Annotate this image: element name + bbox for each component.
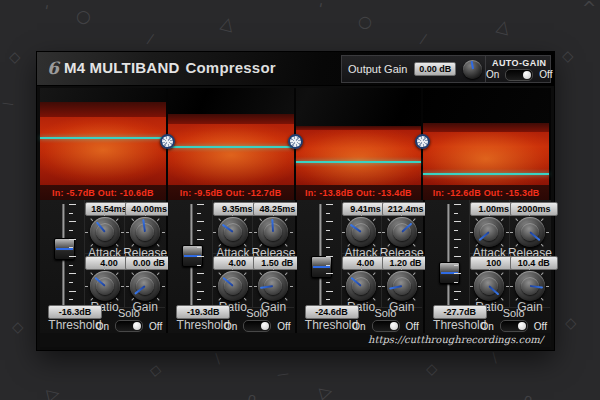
vendor-url-link[interactable]: https://cutthroughrecordings.com/ (368, 334, 543, 345)
knob-tick (104, 213, 105, 216)
slider-tick (69, 291, 76, 292)
threshold-line[interactable] (423, 173, 549, 175)
knob-tick (85, 232, 88, 233)
release-knob[interactable] (515, 217, 545, 247)
slider-tick (69, 256, 76, 257)
knob-tick (361, 267, 362, 270)
threshold-slider[interactable] (180, 204, 212, 308)
ratio-knob[interactable] (346, 271, 376, 301)
release-value-display[interactable]: 2000ms (510, 202, 558, 216)
slider-tick (69, 239, 76, 240)
threshold-line[interactable] (296, 161, 422, 163)
ratio-knob[interactable] (218, 271, 248, 301)
release-knob[interactable] (130, 217, 160, 247)
knob-tick (85, 286, 88, 287)
decor-shape: ' (42, 4, 49, 20)
auto-gain-toggle[interactable] (505, 69, 533, 81)
knob-tick (347, 272, 350, 275)
knob-tick (131, 218, 134, 221)
band-control-column: 9.35ms Attack 48.25ms Release 4.00 Ratio… (168, 200, 296, 333)
slider-tick (326, 256, 333, 257)
solo-toggle[interactable] (115, 320, 143, 332)
gain-knob[interactable] (387, 271, 417, 301)
auto-gain-group: AUTO-GAIN On Off (486, 56, 553, 82)
knob-tick (372, 218, 375, 221)
knob-tick (116, 297, 119, 300)
knob-tick (259, 218, 262, 221)
toggle-knob (133, 322, 141, 330)
band-energy-cap (168, 114, 294, 124)
knob-tick (232, 213, 233, 216)
knob-tick (382, 286, 385, 287)
slider-tick (326, 291, 333, 292)
output-gain-panel: Output Gain 0.00 dB AUTO-GAIN On Off (341, 55, 551, 83)
solo-area: -16.3dB Threshold Solo On Off (40, 308, 166, 333)
threshold-slider[interactable] (437, 204, 469, 308)
ratio-knob[interactable] (474, 271, 504, 301)
slider-tick (69, 282, 73, 283)
knob-tick (273, 267, 274, 270)
spectrum-band: In: -13.8dB Out: -13.4dB (296, 88, 424, 200)
attack-knob[interactable] (218, 217, 248, 247)
threshold-line[interactable] (168, 146, 294, 148)
slider-tick (454, 265, 458, 266)
attack-knob[interactable] (346, 217, 376, 247)
slider-tick (197, 291, 204, 292)
knob-tick (378, 232, 381, 233)
knob-tick (418, 286, 421, 287)
knob-tick (90, 218, 93, 221)
knob-tick (470, 232, 473, 233)
gain-value-display[interactable]: 1.50 dB (253, 256, 301, 270)
release-value-display[interactable]: 48.25ms (253, 202, 301, 216)
threshold-slider[interactable] (52, 204, 84, 308)
decor-shape: ∩ (522, 391, 535, 400)
release-value-display[interactable]: 40.00ms (125, 202, 173, 216)
slider-tick (197, 204, 204, 205)
solo-toggle[interactable] (372, 320, 400, 332)
slider-tick (69, 230, 73, 231)
solo-off-label: Off (406, 321, 419, 332)
gain-knob[interactable] (130, 271, 160, 301)
threshold-slider-handle[interactable] (311, 256, 332, 278)
io-readout: In: -12.6dB Out: -15.3dB (423, 185, 549, 200)
crossover-handle[interactable] (160, 134, 175, 149)
release-knob[interactable] (258, 217, 288, 247)
knob-tick (529, 213, 530, 216)
crossover-handle[interactable] (288, 134, 303, 149)
solo-off-label: Off (534, 321, 547, 332)
slider-tick (454, 291, 461, 292)
knob-pointer (529, 231, 540, 241)
gain-value-display[interactable]: 0.00 dB (125, 256, 173, 270)
decor-shape: ' (316, 2, 323, 18)
output-gain-knob[interactable] (463, 60, 482, 79)
attack-knob[interactable] (90, 217, 120, 247)
gain-value-display[interactable]: 10.4 dB (510, 256, 558, 270)
decor-shape: △ (219, 14, 236, 34)
knob-tick (145, 267, 146, 270)
spectrum-band: In: -12.6dB Out: -15.3dB (423, 88, 551, 200)
knob-tick (378, 286, 381, 287)
knob-tick (388, 272, 391, 275)
gain-knob[interactable] (515, 271, 545, 301)
solo-toggle[interactable] (500, 320, 528, 332)
slider-tick (197, 256, 204, 257)
attack-knob[interactable] (474, 217, 504, 247)
solo-toggle[interactable] (243, 320, 271, 332)
knob-grid: 9.41ms Attack 212.4ms Release 4.00 Ratio… (341, 200, 422, 308)
knob-pointer (489, 285, 500, 295)
gain-knob[interactable] (258, 271, 288, 301)
threshold-line[interactable] (40, 137, 166, 139)
solo-off-label: Off (277, 321, 290, 332)
knob-tick (413, 272, 416, 275)
slider-tick (197, 282, 201, 283)
slider-tick (197, 213, 201, 214)
ratio-knob[interactable] (90, 271, 120, 301)
gain-value-display[interactable]: 1.20 dB (382, 256, 430, 270)
slider-tick (326, 204, 333, 205)
auto-gain-on-label: On (486, 69, 499, 80)
release-knob[interactable] (387, 217, 417, 247)
release-value-display[interactable]: 212.4ms (382, 202, 430, 216)
threshold-slider[interactable] (309, 204, 341, 308)
output-gain-value-display[interactable]: 0.00 dB (414, 62, 456, 76)
slider-tick (197, 265, 201, 266)
